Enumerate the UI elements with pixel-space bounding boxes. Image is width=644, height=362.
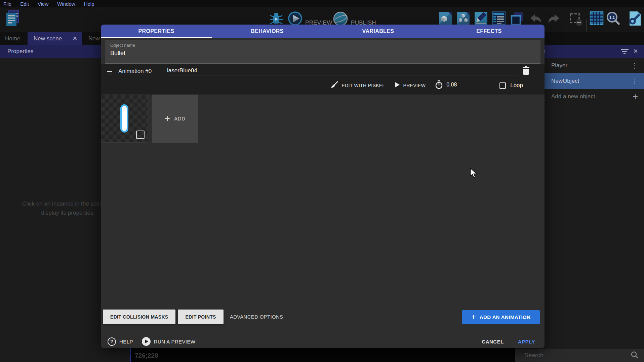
preview-play-icon[interactable] bbox=[395, 82, 400, 89]
toolbar-separator bbox=[565, 20, 565, 32]
object-name-field[interactable]: Object name bbox=[105, 40, 540, 64]
timer-icon bbox=[435, 80, 443, 90]
search-icon bbox=[631, 351, 639, 360]
grid-icon[interactable] bbox=[590, 11, 604, 27]
piskel-brush-icon[interactable] bbox=[331, 81, 338, 90]
project-manager-icon[interactable] bbox=[5, 10, 21, 28]
laser-bullet-sprite bbox=[120, 104, 128, 133]
dialog-tab-bar: PROPERTIES BEHAVIORS VARIABLES EFFECTS bbox=[101, 25, 545, 38]
object-menu-dots-icon[interactable]: ⋮ bbox=[631, 77, 638, 85]
run-a-preview-button[interactable]: RUN A PREVIEW bbox=[154, 339, 196, 345]
menu-file[interactable]: File bbox=[3, 1, 11, 7]
animation-header: Animation #0 EDIT WITH PISKEL bbox=[101, 64, 545, 95]
edit-collision-masks-button[interactable]: EDIT COLLISION MASKS bbox=[103, 310, 175, 324]
tab-behaviors[interactable]: BEHAVIORS bbox=[212, 25, 323, 38]
objects-search-input[interactable] bbox=[515, 352, 631, 359]
object-name-input[interactable] bbox=[110, 50, 534, 57]
plus-icon: + bbox=[165, 113, 170, 124]
edit-with-piskel-button[interactable]: EDIT WITH PISKEL bbox=[341, 83, 385, 88]
advanced-options-button[interactable]: ADVANCED OPTIONS bbox=[230, 314, 283, 320]
help-icon[interactable]: ? bbox=[108, 337, 116, 346]
add-frame-button[interactable]: + ADD bbox=[152, 95, 198, 143]
animation-title: Animation #0 bbox=[118, 68, 152, 75]
svg-text:1:1: 1:1 bbox=[609, 15, 615, 20]
clear-selection-icon[interactable] bbox=[569, 12, 583, 28]
menu-bar: File Edit View Window Help bbox=[0, 0, 644, 7]
object-name-label: Object name bbox=[110, 43, 135, 48]
tab-new-scene-label: New scene bbox=[34, 35, 62, 42]
scene-properties-icon[interactable] bbox=[627, 11, 643, 28]
object-label: Player bbox=[551, 62, 567, 69]
add-new-object-label: Add a new object bbox=[551, 93, 595, 100]
menu-edit[interactable]: Edit bbox=[20, 1, 29, 7]
close-panel-icon[interactable]: ✕ bbox=[633, 45, 638, 58]
time-between-frames-input[interactable] bbox=[446, 82, 486, 89]
object-label: NewObject bbox=[551, 78, 579, 84]
dialog-actions-row: ? HELP RUN A PREVIEW CANCEL APPLY bbox=[108, 334, 535, 349]
animation-preview-button[interactable]: PREVIEW bbox=[403, 83, 426, 88]
mouse-cursor bbox=[470, 168, 478, 180]
gdevelop-app: File Edit View Window Help bbox=[0, 0, 644, 362]
run-preview-icon[interactable] bbox=[142, 337, 151, 346]
toolbar-separator bbox=[586, 20, 587, 32]
toolbar-separator bbox=[624, 20, 624, 32]
dialog-tools-row: EDIT COLLISION MASKS EDIT POINTS ADVANCE… bbox=[103, 310, 283, 324]
cancel-button[interactable]: CANCEL bbox=[482, 339, 504, 345]
tab-new-partial[interactable]: New bbox=[88, 32, 100, 45]
loop-checkbox[interactable] bbox=[499, 82, 506, 89]
tab-properties[interactable]: PROPERTIES bbox=[101, 25, 212, 38]
edit-points-button[interactable]: EDIT POINTS bbox=[178, 310, 223, 324]
menu-help[interactable]: Help bbox=[84, 1, 94, 7]
frame-thumbnail[interactable] bbox=[101, 95, 148, 143]
redo-icon[interactable] bbox=[547, 13, 561, 28]
objects-search-bar bbox=[515, 349, 644, 362]
loop-label: Loop bbox=[510, 82, 523, 89]
zoom-original-icon[interactable]: 1:1 bbox=[606, 11, 620, 27]
tab-close-icon[interactable]: ✕ bbox=[73, 35, 77, 42]
frame-select-checkbox[interactable] bbox=[136, 131, 145, 139]
drag-handle-icon[interactable] bbox=[107, 71, 112, 76]
tab-variables[interactable]: VARIABLES bbox=[323, 25, 434, 38]
tab-home[interactable]: Home bbox=[5, 32, 20, 45]
object-editor-dialog: PROPERTIES BEHAVIORS VARIABLES EFFECTS O… bbox=[101, 25, 545, 348]
cursor-coordinates: 726;228 bbox=[135, 352, 158, 359]
delete-animation-icon[interactable] bbox=[522, 66, 531, 75]
filter-icon[interactable] bbox=[620, 49, 629, 55]
menu-view[interactable]: View bbox=[38, 1, 48, 7]
object-menu-dots-icon[interactable]: ⋮ bbox=[631, 62, 638, 70]
plus-icon: + bbox=[471, 312, 476, 322]
menu-window[interactable]: Window bbox=[57, 1, 75, 7]
help-button[interactable]: HELP bbox=[119, 339, 133, 345]
animation-controls: EDIT WITH PISKEL PREVIEW Loop bbox=[331, 79, 523, 92]
tab-effects[interactable]: EFFECTS bbox=[434, 25, 545, 38]
apply-button[interactable]: APPLY bbox=[518, 339, 535, 345]
add-an-animation-button[interactable]: + ADD AN ANIMATION bbox=[462, 310, 540, 324]
tab-new-scene[interactable]: New scene ✕ bbox=[28, 32, 82, 45]
animation-name-input[interactable] bbox=[167, 66, 518, 75]
plus-icon: + bbox=[633, 92, 638, 102]
